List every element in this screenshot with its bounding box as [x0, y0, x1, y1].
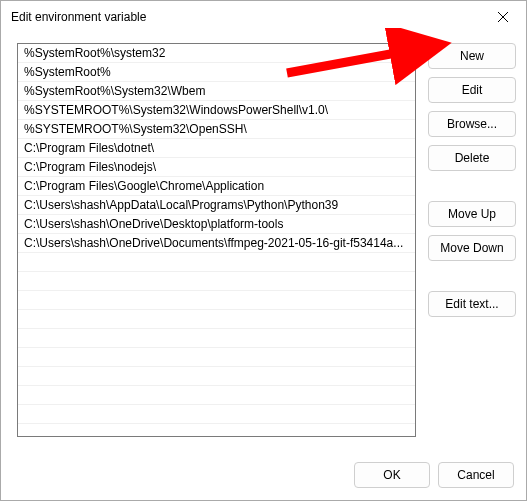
list-item[interactable]: C:\Users\shash\OneDrive\Documents\ffmpeg… [18, 234, 415, 253]
list-item[interactable]: %SystemRoot%\system32 [18, 44, 415, 63]
button-gap [428, 269, 516, 291]
list-item[interactable]: C:\Program Files\dotnet\ [18, 139, 415, 158]
list-item[interactable]: C:\Program Files\Google\Chrome\Applicati… [18, 177, 415, 196]
list-item[interactable] [18, 310, 415, 329]
browse-button[interactable]: Browse... [428, 111, 516, 137]
list-item[interactable] [18, 272, 415, 291]
list-item[interactable]: %SYSTEMROOT%\System32\WindowsPowerShell\… [18, 101, 415, 120]
ok-button[interactable]: OK [354, 462, 430, 488]
close-button[interactable] [480, 1, 526, 33]
list-item[interactable]: %SystemRoot% [18, 63, 415, 82]
side-button-group: New Edit Browse... Delete Move Up Move D… [428, 43, 516, 452]
path-listbox[interactable]: %SystemRoot%\system32 %SystemRoot% %Syst… [17, 43, 416, 437]
list-item[interactable]: C:\Users\shash\AppData\Local\Programs\Py… [18, 196, 415, 215]
list-item[interactable]: C:\Program Files\nodejs\ [18, 158, 415, 177]
cancel-button[interactable]: Cancel [438, 462, 514, 488]
dialog-window: Edit environment variable %SystemRoot%\s… [0, 0, 527, 501]
window-title: Edit environment variable [11, 10, 480, 24]
close-icon [498, 12, 508, 22]
list-item[interactable]: C:\Users\shash\OneDrive\Desktop\platform… [18, 215, 415, 234]
list-item[interactable] [18, 253, 415, 272]
list-item[interactable] [18, 386, 415, 405]
delete-button[interactable]: Delete [428, 145, 516, 171]
title-bar: Edit environment variable [1, 1, 526, 33]
list-item[interactable] [18, 329, 415, 348]
list-item[interactable]: %SYSTEMROOT%\System32\OpenSSH\ [18, 120, 415, 139]
button-gap [428, 179, 516, 201]
move-up-button[interactable]: Move Up [428, 201, 516, 227]
list-item[interactable]: %SystemRoot%\System32\Wbem [18, 82, 415, 101]
list-item[interactable] [18, 348, 415, 367]
dialog-footer: OK Cancel [1, 452, 526, 500]
dialog-content: %SystemRoot%\system32 %SystemRoot% %Syst… [1, 33, 526, 452]
edit-text-button[interactable]: Edit text... [428, 291, 516, 317]
list-item[interactable] [18, 291, 415, 310]
list-item[interactable] [18, 424, 415, 437]
list-item[interactable] [18, 405, 415, 424]
move-down-button[interactable]: Move Down [428, 235, 516, 261]
edit-button[interactable]: Edit [428, 77, 516, 103]
list-item[interactable] [18, 367, 415, 386]
new-button[interactable]: New [428, 43, 516, 69]
